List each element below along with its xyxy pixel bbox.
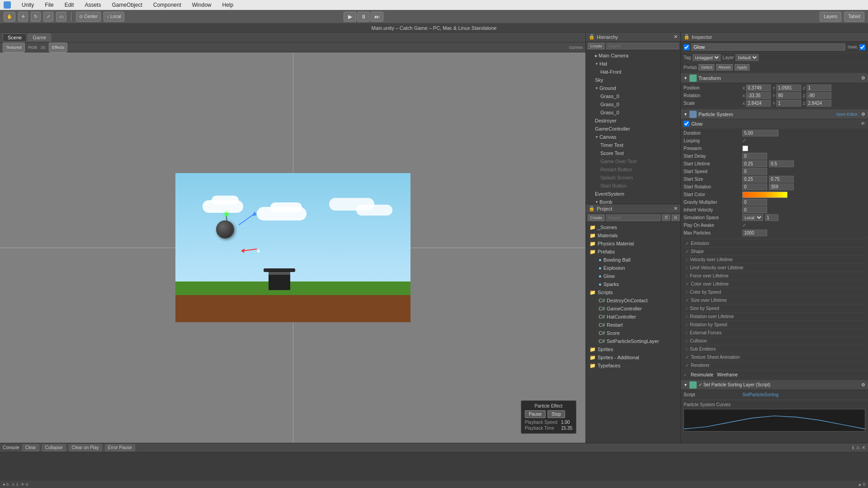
ps-header[interactable]: ▼ Particle System Open Editor ⚙ bbox=[681, 109, 868, 119]
tree-ground[interactable]: ▼Ground bbox=[586, 84, 680, 92]
tree-grass-1[interactable]: Grass_0 bbox=[586, 100, 680, 108]
play-btn[interactable]: ▶ bbox=[344, 12, 356, 22]
rotation-over-lifetime-toggle[interactable]: □Rotation over Lifetime bbox=[684, 312, 865, 320]
script-value[interactable]: SetParticleSorting bbox=[742, 392, 778, 397]
tree-gamecontroller[interactable]: GameController bbox=[586, 125, 680, 133]
vel-over-lifetime-toggle[interactable]: □Velocity over Lifetime bbox=[684, 255, 865, 263]
collision-toggle[interactable]: □Collision bbox=[684, 337, 865, 345]
tree-grass-0[interactable]: Grass_0 bbox=[586, 92, 680, 100]
tree-hat[interactable]: ▼Hat bbox=[586, 60, 680, 68]
space-btn[interactable]: ↕ Local bbox=[104, 12, 124, 22]
transform-header[interactable]: ▼ Transform ⚙ bbox=[681, 73, 868, 83]
hierarchy-create-btn[interactable]: Create bbox=[588, 43, 604, 49]
menu-help[interactable]: Help bbox=[220, 2, 235, 8]
step-btn[interactable]: ⏭ bbox=[371, 12, 383, 22]
ps-eye-icon[interactable]: 👁 bbox=[861, 121, 865, 126]
rotate-tool-btn[interactable]: ↻ bbox=[31, 12, 41, 22]
scale-y[interactable] bbox=[776, 100, 801, 107]
size-min[interactable] bbox=[742, 176, 767, 183]
static-checkbox[interactable] bbox=[859, 44, 865, 50]
pos-y[interactable] bbox=[776, 84, 801, 91]
curves-area[interactable] bbox=[684, 409, 865, 432]
collapse-btn[interactable]: Collapse bbox=[42, 444, 66, 451]
menu-gameobject[interactable]: GameObject bbox=[110, 2, 144, 8]
project-create-btn[interactable]: Create bbox=[588, 215, 604, 221]
tree-canvas[interactable]: ▼Canvas bbox=[586, 133, 680, 141]
size-over-lifetime-toggle[interactable]: Size over Lifetime bbox=[684, 296, 865, 304]
textured-btn[interactable]: Textured bbox=[3, 42, 25, 52]
resimulate-check[interactable] bbox=[684, 373, 687, 377]
color-by-speed-toggle[interactable]: □Color by Speed bbox=[684, 288, 865, 296]
play-on-awake-check[interactable] bbox=[742, 222, 746, 228]
folder-sprites[interactable]: 📁Sprites bbox=[586, 345, 680, 353]
rotation-by-speed-toggle[interactable]: □Rotation by Speed bbox=[684, 320, 865, 328]
tree-grass-2[interactable]: Grass_0 bbox=[586, 108, 680, 117]
script-destroy[interactable]: C#DestroyOnContact bbox=[586, 296, 680, 305]
color-gradient[interactable] bbox=[742, 192, 788, 198]
tree-destroyer[interactable]: Destroyer bbox=[586, 117, 680, 125]
tree-sky[interactable]: Sky bbox=[586, 76, 680, 84]
transform-settings-icon[interactable]: ⚙ bbox=[861, 75, 865, 80]
looping-check[interactable] bbox=[742, 138, 746, 144]
folder-scripts[interactable]: 📁Scripts bbox=[586, 288, 680, 296]
external-forces-toggle[interactable]: □External Forces bbox=[684, 328, 865, 337]
rot-z[interactable] bbox=[807, 92, 831, 99]
rot-max[interactable] bbox=[769, 183, 794, 190]
prefab-select-btn[interactable]: Select bbox=[698, 64, 714, 70]
sub-emitters-toggle[interactable]: □Sub Emitters bbox=[684, 345, 865, 353]
project-search-input[interactable] bbox=[606, 215, 660, 221]
hierarchy-close-icon[interactable]: ✕ bbox=[674, 34, 678, 40]
project-close-icon[interactable]: ✕ bbox=[674, 206, 678, 211]
rot-min[interactable] bbox=[742, 183, 767, 190]
prefab-apply-btn[interactable]: Apply bbox=[735, 64, 750, 70]
script-score[interactable]: C#Score bbox=[586, 329, 680, 337]
pos-x[interactable] bbox=[746, 84, 771, 91]
sps-settings-icon[interactable]: ⚙ bbox=[861, 382, 865, 387]
tab-scene[interactable]: Scene bbox=[3, 33, 27, 42]
prefab-explosion[interactable]: ●Explosion bbox=[586, 264, 680, 272]
script-restart[interactable]: C#Restart bbox=[586, 321, 680, 329]
prefab-glow[interactable]: ●Glow bbox=[586, 272, 680, 280]
project-view-btn[interactable]: ⊟ bbox=[672, 215, 679, 221]
rot-x[interactable] bbox=[746, 92, 771, 99]
tree-timer-text[interactable]: Timer Text bbox=[586, 141, 680, 149]
max-particles-input[interactable] bbox=[742, 230, 767, 236]
folder-typefaces[interactable]: 📁Typefaces bbox=[586, 361, 680, 370]
menu-edit[interactable]: Edit bbox=[63, 2, 76, 8]
renderer-toggle[interactable]: Renderer bbox=[684, 361, 865, 369]
ps-settings-icon[interactable]: ⚙ bbox=[861, 112, 865, 117]
set-particle-header[interactable]: ▼ ✓ Set Particle Sorting Layer (Script) … bbox=[681, 380, 868, 390]
folder-sprites-additional[interactable]: 📁Sprites - Additional bbox=[586, 353, 680, 361]
menu-assets[interactable]: Assets bbox=[83, 2, 103, 8]
pe-pause-btn[interactable]: Pause bbox=[525, 410, 546, 418]
prefab-sparks[interactable]: ●Sparks bbox=[586, 280, 680, 288]
menu-component[interactable]: Component bbox=[151, 2, 183, 8]
scale-x[interactable] bbox=[746, 100, 771, 107]
tablet-btn[interactable]: Tablet bbox=[844, 12, 864, 22]
tree-start-btn[interactable]: Start Button bbox=[586, 182, 680, 190]
size-max[interactable] bbox=[769, 176, 794, 183]
folder-scenes[interactable]: 📁_Scenes bbox=[586, 223, 680, 231]
move-tool-btn[interactable]: ✛ bbox=[18, 12, 28, 22]
limit-vel-toggle[interactable]: □Limit Velocity over Lifetime bbox=[684, 263, 865, 272]
script-hat[interactable]: C#HatController bbox=[586, 313, 680, 321]
shape-toggle[interactable]: Shape bbox=[684, 247, 865, 255]
clear-on-play-btn[interactable]: Clear on Play bbox=[69, 444, 102, 451]
tree-bomb[interactable]: ▼Bomb bbox=[586, 198, 680, 204]
clear-btn[interactable]: Clear bbox=[22, 444, 39, 451]
prefab-bowling[interactable]: ●Bowling Ball bbox=[586, 256, 680, 264]
tree-hat-front[interactable]: Hat-Front bbox=[586, 68, 680, 76]
effects-btn[interactable]: Effects bbox=[49, 42, 67, 52]
tree-eventsystem[interactable]: EventSystem bbox=[586, 190, 680, 198]
active-toggle[interactable] bbox=[684, 44, 689, 50]
hierarchy-search-input[interactable] bbox=[606, 43, 679, 49]
tree-gameover-text[interactable]: Game Over Text bbox=[586, 157, 680, 165]
pivot-btn[interactable]: ⊙ Center bbox=[76, 12, 101, 22]
tree-main-camera[interactable]: ▶Main Camera bbox=[586, 52, 680, 60]
inherit-vel-input[interactable] bbox=[742, 206, 767, 213]
start-speed-input[interactable] bbox=[742, 168, 767, 175]
start-delay-input[interactable] bbox=[742, 153, 767, 160]
tree-score-text[interactable]: Score Text bbox=[586, 149, 680, 157]
layers-btn[interactable]: Layers bbox=[820, 12, 841, 22]
folder-prefabs[interactable]: 📁Prefabs bbox=[586, 248, 680, 256]
